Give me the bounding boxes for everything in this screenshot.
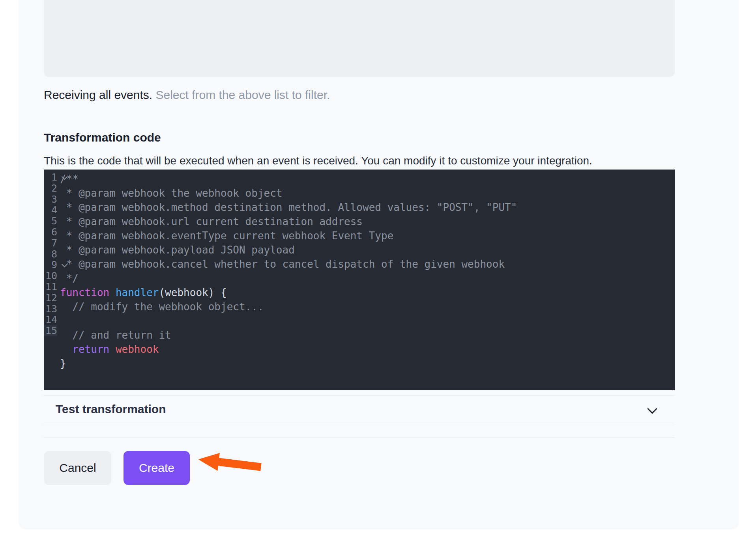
line-number: 3: [44, 194, 57, 205]
filter-status-text: Receiving all events.: [44, 88, 152, 101]
code-line: * @param webhook the webhook object: [60, 186, 675, 200]
line-number: 8: [44, 249, 57, 260]
code-line: * @param webhook.cancel whether to cance…: [60, 257, 675, 271]
code-line: * @param webhook.url current destination…: [60, 214, 675, 229]
line-number: 12: [44, 293, 57, 304]
line-number: 1: [44, 172, 57, 183]
line-number: 2: [44, 183, 57, 194]
chevron-down-icon[interactable]: [647, 404, 657, 414]
code-line: function handler(webhook) {: [60, 285, 675, 300]
create-button[interactable]: Create: [124, 451, 190, 485]
code-line: * @param webhook.method destination meth…: [60, 200, 675, 214]
code-line: /**: [60, 172, 675, 186]
code-line: [60, 314, 675, 328]
line-number: 4: [44, 205, 57, 216]
line-number: 15: [44, 325, 57, 336]
code-line: }: [60, 356, 675, 371]
code-line: * @param webhook.payload JSON payload: [60, 243, 675, 257]
line-number: 9: [44, 259, 57, 270]
editor-code: /** * @param webhook the webhook object …: [60, 172, 675, 371]
code-line: // modify the webhook object...: [60, 300, 675, 314]
event-filter-list[interactable]: [44, 0, 675, 77]
line-number: 13: [44, 304, 57, 315]
event-filter-status: Receiving all events. Select from the ab…: [44, 88, 330, 103]
test-transformation-label: Test transformation: [56, 403, 166, 416]
line-number: 11: [44, 281, 57, 293]
filter-hint-text: Select from the above list to filter.: [156, 88, 330, 101]
transformation-code-description: This is the code that will be executed w…: [44, 155, 592, 167]
transformation-code-heading: Transformation code: [44, 131, 161, 144]
editor-gutter: 123456789101112131415: [44, 172, 57, 336]
code-line: */: [60, 271, 675, 285]
test-transformation-toggle[interactable]: Test transformation: [44, 395, 675, 423]
line-number: 14: [44, 314, 57, 325]
code-line: // and return it: [60, 328, 675, 342]
code-editor[interactable]: 123456789101112131415 /** * @param webho…: [44, 170, 675, 390]
line-number: 7: [44, 238, 57, 249]
cancel-button[interactable]: Cancel: [44, 451, 111, 485]
code-line: return webhook: [60, 342, 675, 356]
code-line: * @param webhook.eventType current webho…: [60, 229, 675, 243]
section-divider: [44, 437, 675, 438]
line-number: 10: [44, 270, 57, 281]
line-number: 6: [44, 227, 57, 238]
line-number: 5: [44, 216, 57, 227]
